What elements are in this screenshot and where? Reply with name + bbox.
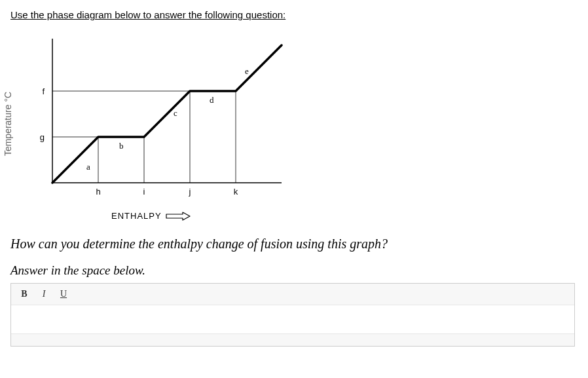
phase-diagram-chart: Temperature °C g f h i j k a b c d e ENT…: [13, 26, 301, 222]
italic-button[interactable]: I: [35, 286, 53, 302]
bold-button[interactable]: B: [15, 286, 33, 302]
y-axis-label: Temperature °C: [3, 92, 13, 156]
x-axis-label: ENTHALPY: [111, 211, 162, 221]
answer-input[interactable]: [11, 305, 574, 334]
x-tick-j: j: [189, 187, 191, 197]
x-tick-i: i: [143, 187, 145, 197]
chart-svg: g f h i j k a b c d e: [26, 26, 288, 202]
x-tick-k: k: [234, 187, 238, 197]
arrow-right-icon: [166, 212, 191, 221]
segment-label-d: d: [210, 95, 214, 105]
instruction-text: Use the phase diagram below to answer th…: [10, 9, 578, 20]
rich-text-editor: B I U: [10, 283, 575, 347]
segment-label-c: c: [174, 108, 177, 118]
segment-label-e: e: [245, 66, 249, 76]
segment-label-a: a: [86, 162, 90, 172]
answer-prompt: Answer in the space below.: [10, 263, 578, 278]
x-tick-h: h: [96, 187, 100, 197]
y-tick-g: g: [40, 132, 45, 142]
segment-label-b: b: [119, 141, 124, 151]
editor-toolbar: B I U: [11, 284, 574, 305]
y-tick-f: f: [42, 86, 45, 96]
underline-button[interactable]: U: [54, 286, 73, 302]
question-text: How can you determine the enthalpy chang…: [10, 236, 578, 252]
editor-statusbar: [11, 334, 574, 346]
